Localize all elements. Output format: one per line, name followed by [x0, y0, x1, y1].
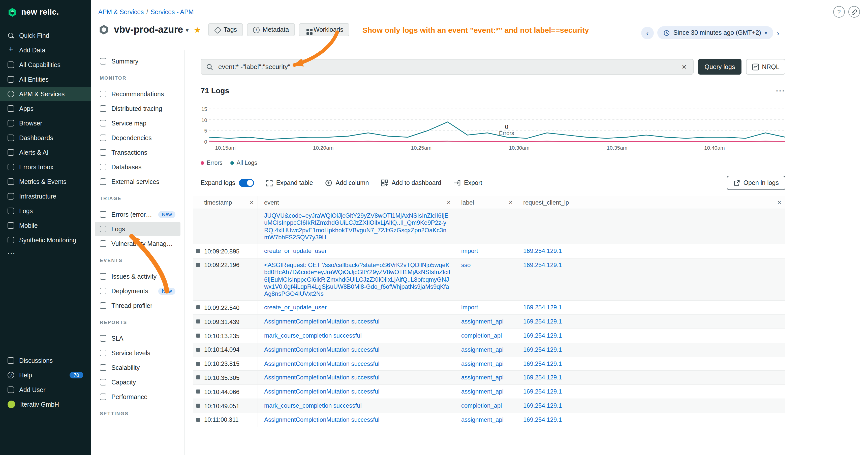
sidebar-item-mobile[interactable]: Mobile [0, 218, 91, 233]
column-header-request-client-ip[interactable]: request_client_ip × [517, 196, 785, 208]
entity-nav-performance[interactable]: Performance [95, 390, 181, 404]
label-link[interactable]: sso [461, 261, 470, 268]
label-link[interactable]: assignment_api [461, 388, 503, 395]
sidebar-item-errors-inbox[interactable]: Errors Inbox [0, 160, 91, 174]
row-checkbox[interactable] [196, 348, 200, 352]
sidebar-item-apm-services[interactable]: APM & Services [0, 87, 91, 101]
legend-item-all-logs[interactable]: All Logs [230, 160, 257, 166]
chart-plot-area[interactable]: 0 Errors [209, 109, 785, 141]
ip-link[interactable]: 169.254.129.1 [523, 346, 562, 353]
label-link[interactable]: assignment_api [461, 360, 503, 367]
remove-column-icon[interactable]: × [777, 198, 781, 206]
entity-nav-events[interactable]: EVENTS [95, 257, 181, 263]
event-link[interactable]: AssignmentCompletionMutation successful [264, 318, 379, 325]
event-link[interactable]: mark_course_completion successful [264, 332, 362, 339]
entity-nav-monitor[interactable]: MONITOR [95, 74, 181, 81]
sidebar-footer-item-help[interactable]: Help 70 [0, 368, 91, 383]
event-link[interactable]: AssignmentCompletionMutation successful [264, 388, 379, 395]
sidebar-footer-item-discussions[interactable]: Discussions [0, 353, 91, 368]
table-row[interactable]: 10:09:20.895 create_or_update_user impor… [193, 245, 785, 259]
table-row[interactable]: 10:10:13.235 mark_course_completion succ… [193, 329, 785, 343]
row-checkbox[interactable] [196, 305, 200, 310]
link-icon[interactable] [848, 6, 860, 18]
table-row[interactable]: 10:10:14.094 AssignmentCompletionMutatio… [193, 343, 785, 357]
column-header-event[interactable]: event × [258, 196, 455, 208]
entity-action-metadata[interactable]: Metadata [247, 23, 295, 36]
entity-nav-scalability[interactable]: Scalability [95, 360, 181, 375]
add-to-dashboard-button[interactable]: Add to dashboard [381, 180, 441, 187]
clear-query-icon[interactable]: × [680, 62, 688, 71]
row-checkbox[interactable] [196, 418, 200, 422]
sidebar-item-infrastructure[interactable]: Infrastructure [0, 189, 91, 203]
sidebar-item-all-capabilities[interactable]: All Capabilities [0, 58, 91, 72]
table-row[interactable]: 10:09:31.439 AssignmentCompletionMutatio… [193, 315, 785, 329]
entity-action-workloads[interactable]: Workloads [299, 23, 349, 36]
row-checkbox[interactable] [196, 403, 200, 408]
time-range-picker[interactable]: Since 30 minutes ago (GMT+2) ▾ [657, 26, 773, 39]
entity-nav-thread-profiler[interactable]: Thread profiler [95, 298, 181, 313]
sidebar-footer-item-iterativ-gmbh[interactable]: Iterativ GmbH [0, 397, 91, 412]
label-link[interactable]: assignment_api [461, 346, 503, 353]
entity-nav-sla[interactable]: SLA [95, 331, 181, 346]
event-link[interactable]: create_or_update_user [264, 304, 327, 311]
query-logs-button[interactable]: Query logs [698, 59, 742, 74]
open-in-logs-button[interactable]: Open in logs [727, 176, 785, 190]
sidebar-item-metrics-events[interactable]: Metrics & Events [0, 174, 91, 189]
entity-nav-logs[interactable]: Logs [95, 222, 181, 236]
breadcrumb-link-apm-services[interactable]: APM & Services [98, 8, 144, 15]
sidebar-item-apps[interactable]: Apps [0, 101, 91, 116]
help-icon[interactable]: ? [833, 6, 845, 18]
entity-nav-summary[interactable]: Summary [95, 54, 181, 68]
more-options-icon[interactable]: ··· [776, 87, 785, 95]
label-link[interactable]: import [461, 248, 478, 255]
log-query-input[interactable] [217, 63, 676, 71]
ip-link[interactable]: 169.254.129.1 [523, 261, 562, 268]
entity-action-tags[interactable]: Tags [208, 23, 243, 36]
event-link[interactable]: create_or_update_user [264, 248, 327, 255]
label-link[interactable]: assignment_api [461, 416, 503, 423]
favorite-star-icon[interactable]: ★ [194, 25, 201, 34]
ip-link[interactable]: 169.254.129.1 [523, 332, 562, 339]
sidebar-item-quick-find[interactable]: Quick Find [0, 28, 91, 43]
event-link[interactable]: mark_course_completion successful [264, 402, 362, 409]
event-link[interactable]: AssignmentCompletionMutation successful [264, 374, 379, 381]
entity-nav-settings[interactable]: SETTINGS [95, 410, 181, 417]
sidebar-item-browser[interactable]: Browser [0, 116, 91, 130]
expand-logs-toggle[interactable] [239, 179, 254, 187]
entity-nav-dependencies[interactable]: Dependencies [95, 130, 181, 145]
remove-column-icon[interactable]: × [447, 198, 451, 206]
chevron-left-icon[interactable]: ‹ [641, 27, 654, 39]
entity-nav-databases[interactable]: Databases [95, 160, 181, 174]
event-link[interactable]: JUQVU&code=eyJraWQiOiJjcGltY29yZV8wOTl1M… [264, 212, 448, 241]
entity-nav-deployments[interactable]: Deployments New [95, 284, 181, 298]
ip-link[interactable]: 169.254.129.1 [523, 402, 562, 409]
label-link[interactable]: assignment_api [461, 318, 503, 325]
expand-table-button[interactable]: Expand table [266, 180, 313, 187]
remove-column-icon[interactable]: × [509, 198, 513, 206]
table-row[interactable]: 10:09:22.540 create_or_update_user impor… [193, 301, 785, 315]
row-checkbox[interactable] [196, 361, 200, 365]
label-link[interactable]: assignment_api [461, 374, 503, 381]
entity-nav-reports[interactable]: REPORTS [95, 319, 181, 325]
entity-nav-service-levels[interactable]: Service levels [95, 346, 181, 360]
ip-link[interactable]: 169.254.129.1 [523, 416, 562, 423]
sidebar-footer-item-add-user[interactable]: Add User [0, 383, 91, 397]
sidebar-item-dashboards[interactable]: Dashboards [0, 130, 91, 145]
table-row[interactable]: JUQVU&code=eyJraWQiOiJjcGltY29yZV8wOTl1M… [193, 209, 785, 245]
event-link[interactable]: AssignmentCompletionMutation successful [264, 346, 379, 353]
entity-nav-external-services[interactable]: External services [95, 174, 181, 189]
table-row[interactable]: 10:10:23.815 AssignmentCompletionMutatio… [193, 357, 785, 371]
entity-nav-service-map[interactable]: Service map [95, 116, 181, 130]
row-checkbox[interactable] [196, 333, 200, 337]
table-row[interactable]: 10:11:00.311 AssignmentCompletionMutatio… [193, 413, 785, 427]
sidebar-item-logs[interactable]: Logs [0, 203, 91, 218]
sidebar-item-alerts-ai[interactable]: Alerts & AI [0, 145, 91, 160]
entity-nav-distributed-tracing[interactable]: Distributed tracing [95, 101, 181, 116]
chevron-down-icon[interactable]: ▾ [186, 27, 189, 34]
table-row[interactable]: 10:10:35.305 AssignmentCompletionMutatio… [193, 371, 785, 385]
entity-nav-transactions[interactable]: Transactions [95, 145, 181, 160]
column-header-label[interactable]: label × [455, 196, 517, 208]
entity-nav-recommendations[interactable]: Recommendations [95, 87, 181, 101]
ip-link[interactable]: 169.254.129.1 [523, 374, 562, 381]
entity-nav-capacity[interactable]: Capacity [95, 375, 181, 390]
